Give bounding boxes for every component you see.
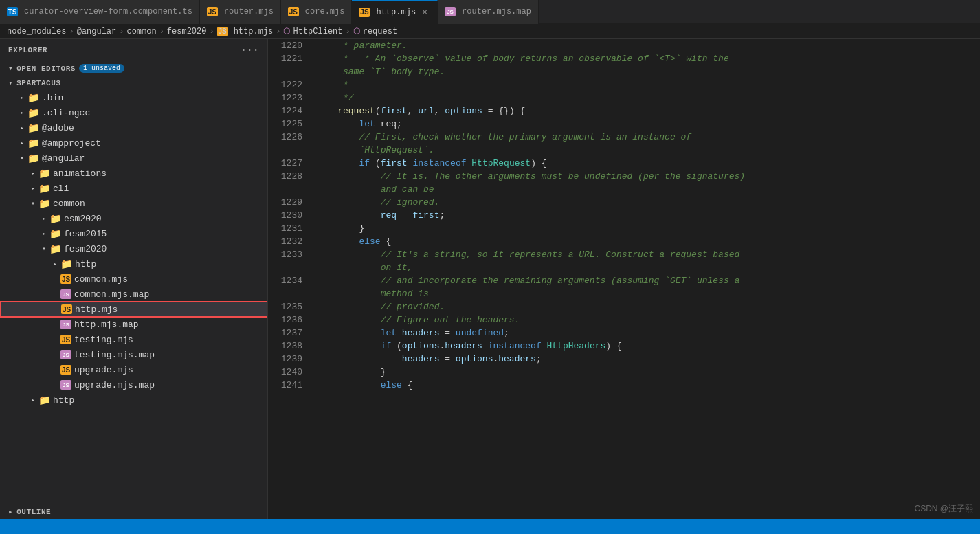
chevron-right-icon bbox=[27, 394, 38, 405]
sidebar-header: EXPLORER ··· bbox=[0, 39, 267, 61]
sidebar-more-button[interactable]: ··· bbox=[241, 45, 259, 56]
sidebar-item-upgrade-mjs-map-label: upgrade.mjs.map bbox=[74, 380, 267, 390]
outline-section[interactable]: ▸ OUTLINE bbox=[0, 504, 267, 519]
tab-core[interactable]: JS core.mjs bbox=[281, 0, 353, 24]
sidebar-item-animations-label: animations bbox=[53, 168, 267, 179]
sidebar-item-http2-label: http bbox=[53, 395, 267, 405]
tab-curator[interactable]: TS curator-overview-form.component.ts bbox=[0, 0, 200, 24]
tab-router[interactable]: JS router.mjs bbox=[200, 0, 281, 24]
sidebar-item-common[interactable]: 📁 common bbox=[0, 196, 267, 211]
code-line-1224: request(first, url, options = {}) { bbox=[316, 104, 980, 118]
sidebar-item-animations[interactable]: 📁 animations bbox=[0, 166, 267, 181]
sidebar-item-http-mjs[interactable]: JS http.mjs bbox=[0, 302, 267, 317]
breadcrumb-http-mjs[interactable]: http.mjs bbox=[234, 27, 274, 36]
ts-file-icon: TS bbox=[7, 7, 18, 16]
chevron-right-icon bbox=[27, 168, 38, 179]
js-file-icon-core: JS bbox=[288, 7, 299, 16]
sidebar-item-cli-ngcc[interactable]: 📁 .cli-ngcc bbox=[0, 105, 267, 120]
sidebar-item-testing-mjs-map[interactable]: JS testing.mjs.map bbox=[0, 347, 267, 362]
code-line-1231: } bbox=[316, 222, 980, 235]
code-line-1235: // provided. bbox=[316, 300, 980, 313]
sidebar-item-upgrade-mjs-label: upgrade.mjs bbox=[74, 365, 267, 375]
chevron-right-icon-outline: ▸ bbox=[8, 507, 13, 516]
js-file-icon-http: JS bbox=[359, 8, 370, 17]
code-line-1229: // ignored. bbox=[316, 196, 980, 209]
folder-icon-angular: 📁 bbox=[27, 153, 39, 164]
code-line-1230: req = first; bbox=[316, 209, 980, 222]
tab-http-close[interactable]: ✕ bbox=[419, 7, 430, 18]
sidebar-item-esm2020[interactable]: 📁 esm2020 bbox=[0, 211, 267, 226]
chevron-down-icon-spartacus: ▾ bbox=[8, 78, 13, 87]
sidebar-item-fesm2015[interactable]: 📁 fesm2015 bbox=[0, 226, 267, 241]
sidebar-item-testing-mjs-label: testing.mjs bbox=[74, 335, 267, 345]
sidebar-item-common-mjs-map-label: common.mjs.map bbox=[74, 289, 267, 300]
sidebar-item-http2[interactable]: 📁 http bbox=[0, 392, 267, 408]
chevron-right-icon bbox=[49, 258, 60, 269]
sidebar-item-fesm2020-label: fesm2020 bbox=[64, 244, 267, 254]
code-line-1226b: `HttpRequest`. bbox=[316, 144, 980, 157]
code-line-1220: * parameter. bbox=[316, 39, 980, 52]
folder-icon-adobe: 📁 bbox=[27, 122, 39, 134]
code-line-1238: if (options.headers instanceof HttpHeade… bbox=[316, 340, 980, 353]
sidebar-item-upgrade-mjs-map[interactable]: JS upgrade.mjs.map bbox=[0, 377, 267, 392]
spartacus-section[interactable]: ▾ SPARTACUS bbox=[0, 76, 267, 90]
tab-http[interactable]: JS http.mjs ✕ bbox=[352, 0, 438, 24]
jsmap-file-icon-http: JS bbox=[60, 320, 71, 329]
code-line-1234: // and incorporate the remaining argumen… bbox=[316, 274, 980, 287]
breadcrumb-common[interactable]: common bbox=[126, 27, 156, 36]
sidebar-item-http-folder[interactable]: 📁 http bbox=[0, 256, 267, 271]
code-line-1240: } bbox=[316, 366, 980, 379]
folder-icon-ampproject: 📁 bbox=[27, 137, 39, 149]
js-file-icon-router: JS bbox=[207, 7, 218, 16]
sidebar-item-common-label: common bbox=[53, 199, 267, 209]
code-editor[interactable]: * parameter. * * An `observe` value of b… bbox=[309, 39, 980, 519]
js-file-icon-http-mjs: JS bbox=[61, 304, 72, 314]
code-line-1239: headers = options.headers; bbox=[316, 353, 980, 366]
code-line-1228: // It is. The other arguments must be un… bbox=[316, 170, 980, 183]
tab-routermap[interactable]: JS router.mjs.map bbox=[438, 0, 539, 24]
sidebar-title: EXPLORER bbox=[8, 46, 47, 54]
tab-http-label: http.mjs bbox=[376, 8, 416, 17]
sidebar-item-http-mjs-label: http.mjs bbox=[75, 304, 267, 315]
code-line-1236: // Figure out the headers. bbox=[316, 313, 980, 326]
tab-core-label: core.mjs bbox=[305, 7, 345, 16]
code-line-1223: */ bbox=[316, 91, 980, 104]
sidebar-item-common-mjs-map[interactable]: JS common.mjs.map bbox=[0, 287, 267, 302]
sidebar-item-fesm2020[interactable]: 📁 fesm2020 bbox=[0, 241, 267, 256]
breadcrumb-httpclient-icon: ⬡ bbox=[283, 26, 290, 36]
code-line-1222: * bbox=[316, 78, 980, 91]
chevron-right-icon bbox=[27, 183, 38, 194]
sidebar-item-adobe[interactable]: 📁 @adobe bbox=[0, 120, 267, 135]
code-line-1228b: and can be bbox=[316, 183, 980, 196]
breadcrumb-node-modules[interactable]: node_modules bbox=[7, 27, 66, 36]
breadcrumb-angular[interactable]: @angular bbox=[77, 27, 117, 36]
sidebar-item-ampproject[interactable]: 📁 @ampproject bbox=[0, 135, 267, 151]
folder-icon-http: 📁 bbox=[60, 258, 72, 270]
js-file-icon-upgrade: JS bbox=[60, 365, 71, 375]
breadcrumb-request[interactable]: request bbox=[363, 27, 397, 36]
breadcrumb-httpclient[interactable]: HttpClient bbox=[293, 27, 342, 36]
code-line-1226: // First, check whether the primary argu… bbox=[316, 131, 980, 144]
folder-icon-esm2020: 📁 bbox=[49, 213, 61, 225]
sidebar-item-common-mjs[interactable]: JS common.mjs bbox=[0, 271, 267, 287]
file-tree: 📁 .bin 📁 .cli-ngcc 📁 @adobe � bbox=[0, 90, 267, 504]
breadcrumb: node_modules › @angular › common › fesm2… bbox=[0, 24, 980, 39]
chevron-right-icon bbox=[38, 228, 49, 239]
breadcrumb-fesm2020[interactable]: fesm2020 bbox=[167, 27, 207, 36]
editor: 1220 1221 · 1222 1223 1224 1225 1226 · 1… bbox=[268, 39, 980, 519]
sidebar-item-http-mjs-map[interactable]: JS http.mjs.map bbox=[0, 317, 267, 332]
open-editors-section[interactable]: ▾ OPEN EDITORS 1 unsaved bbox=[0, 61, 267, 76]
sidebar-item-bin[interactable]: 📁 .bin bbox=[0, 90, 267, 105]
jsmap-file-icon-upgrade: JS bbox=[60, 380, 71, 390]
code-line-1241: else { bbox=[316, 379, 980, 392]
line-numbers: 1220 1221 · 1222 1223 1224 1225 1226 · 1… bbox=[268, 39, 309, 519]
sidebar-item-cli[interactable]: 📁 cli bbox=[0, 181, 267, 196]
sidebar-item-angular-label: @angular bbox=[42, 153, 267, 164]
folder-icon-common: 📁 bbox=[38, 198, 50, 210]
sidebar-item-testing-mjs[interactable]: JS testing.mjs bbox=[0, 332, 267, 347]
sidebar-item-angular[interactable]: 📁 @angular bbox=[0, 151, 267, 166]
folder-icon-http2: 📁 bbox=[38, 394, 50, 406]
sidebar-item-upgrade-mjs[interactable]: JS upgrade.mjs bbox=[0, 362, 267, 377]
sidebar-item-http-folder-label: http bbox=[75, 259, 267, 269]
js-file-icon-testing: JS bbox=[60, 335, 71, 344]
